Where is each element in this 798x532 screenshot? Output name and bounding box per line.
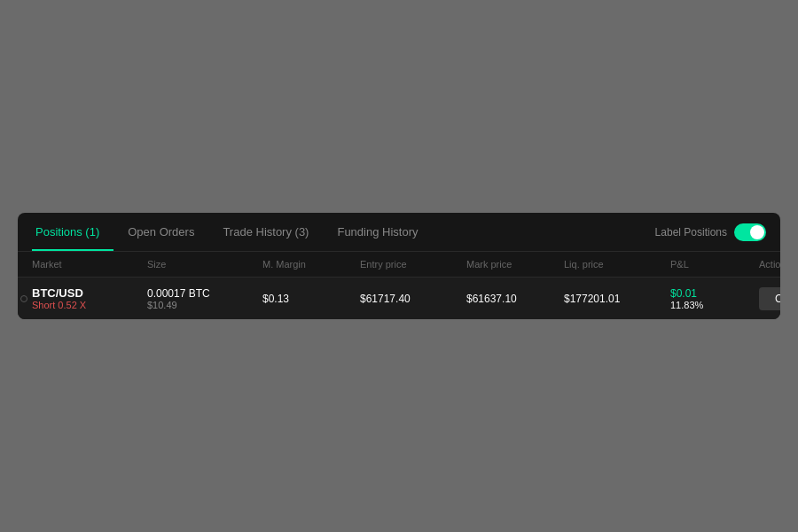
col-size: Size — [147, 259, 262, 270]
market-short: Short 0.52 X — [32, 300, 147, 310]
pnl-value: $0.01 — [670, 287, 759, 300]
label-positions-toggle: Label Positions — [655, 223, 766, 241]
tab-open-orders-label: Open Orders — [128, 225, 194, 239]
size-main: 0.00017 BTC — [147, 287, 262, 300]
close-button[interactable]: Close — [759, 287, 780, 310]
cell-size: 0.00017 BTC $10.49 — [147, 287, 262, 310]
tab-funding-history[interactable]: Funding History — [323, 213, 432, 251]
cell-mark-price: $61637.10 — [466, 293, 564, 305]
col-liq-price: Liq. price — [564, 259, 670, 270]
col-m-margin: M. Margin — [262, 259, 360, 270]
col-actions: Actions — [759, 259, 780, 270]
col-entry-price: Entry price — [360, 259, 466, 270]
cell-entry-price: $61717.40 — [360, 293, 466, 305]
market-name: BTC/USD — [32, 286, 147, 300]
col-pnl: P&L — [670, 259, 759, 270]
tab-open-orders[interactable]: Open Orders — [113, 213, 208, 251]
cell-pnl: $0.01 11.83% — [670, 287, 759, 310]
table-header: Market Size M. Margin Entry price Mark p… — [18, 252, 780, 278]
trading-panel: Positions (1) Open Orders Trade History … — [18, 213, 780, 319]
tabs-left: Positions (1) Open Orders Trade History … — [32, 213, 433, 251]
tab-funding-history-label: Funding History — [337, 225, 418, 239]
row-settings-icon[interactable] — [20, 294, 28, 303]
cell-liq-price: $177201.01 — [564, 293, 670, 305]
size-sub: $10.49 — [147, 300, 262, 310]
label-positions-toggle-switch[interactable] — [734, 223, 766, 241]
cell-m-margin: $0.13 — [262, 293, 360, 305]
tabs-bar: Positions (1) Open Orders Trade History … — [18, 213, 780, 252]
cell-actions: Close — [759, 287, 780, 310]
col-market: Market — [32, 259, 147, 270]
label-positions-text: Label Positions — [655, 226, 727, 239]
tab-positions-label: Positions (1) — [35, 225, 99, 239]
tab-trade-history[interactable]: Trade History (3) — [208, 213, 323, 251]
tab-trade-history-label: Trade History (3) — [223, 225, 309, 239]
pnl-percent: 11.83% — [670, 300, 759, 310]
col-mark-price: Mark price — [466, 259, 564, 270]
cell-market: BTC/USD Short 0.52 X — [32, 286, 147, 310]
tab-positions[interactable]: Positions (1) — [32, 213, 113, 251]
table-row: BTC/USD Short 0.52 X 0.00017 BTC $10.49 … — [18, 278, 780, 319]
